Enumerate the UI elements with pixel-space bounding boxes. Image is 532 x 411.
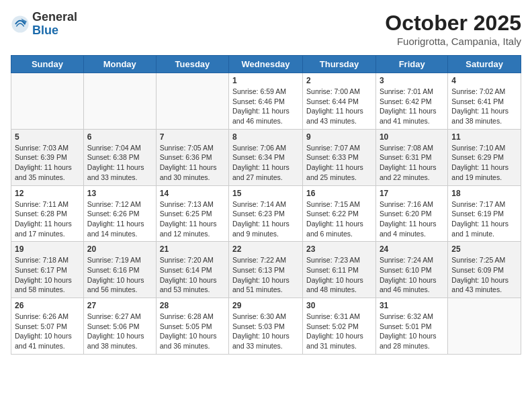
day-info: Sunrise: 6:28 AM Sunset: 5:05 PM Dayligh… bbox=[160, 312, 225, 351]
day-number: 1 bbox=[232, 76, 299, 85]
day-number: 21 bbox=[160, 244, 225, 254]
day-info: Sunrise: 7:19 AM Sunset: 6:16 PM Dayligh… bbox=[87, 255, 152, 295]
calendar-cell: 12Sunrise: 7:11 AM Sunset: 6:28 PM Dayli… bbox=[11, 185, 84, 242]
calendar-cell: 11Sunrise: 7:10 AM Sunset: 6:29 PM Dayli… bbox=[448, 129, 521, 185]
day-number: 25 bbox=[451, 244, 517, 254]
day-number: 16 bbox=[306, 189, 372, 198]
day-info: Sunrise: 7:15 AM Sunset: 6:22 PM Dayligh… bbox=[306, 199, 372, 239]
day-number: 9 bbox=[306, 132, 372, 142]
calendar-cell: 27Sunrise: 6:27 AM Sunset: 5:06 PM Dayli… bbox=[83, 298, 156, 355]
calendar-cell: 30Sunrise: 6:31 AM Sunset: 5:02 PM Dayli… bbox=[303, 298, 376, 355]
day-info: Sunrise: 7:06 AM Sunset: 6:34 PM Dayligh… bbox=[232, 143, 299, 183]
day-info: Sunrise: 7:10 AM Sunset: 6:29 PM Dayligh… bbox=[451, 143, 517, 183]
col-header-thursday: Thursday bbox=[303, 56, 376, 73]
day-info: Sunrise: 6:30 AM Sunset: 5:03 PM Dayligh… bbox=[232, 312, 299, 351]
calendar-cell bbox=[156, 73, 228, 130]
calendar-cell: 23Sunrise: 7:23 AM Sunset: 6:11 PM Dayli… bbox=[303, 242, 376, 298]
calendar-cell: 21Sunrise: 7:20 AM Sunset: 6:14 PM Dayli… bbox=[156, 242, 228, 298]
day-info: Sunrise: 6:59 AM Sunset: 6:46 PM Dayligh… bbox=[232, 87, 299, 126]
day-number: 27 bbox=[87, 301, 152, 310]
day-info: Sunrise: 7:08 AM Sunset: 6:31 PM Dayligh… bbox=[380, 143, 444, 183]
day-info: Sunrise: 7:12 AM Sunset: 6:26 PM Dayligh… bbox=[87, 199, 152, 239]
day-number: 26 bbox=[15, 301, 80, 310]
calendar-cell: 28Sunrise: 6:28 AM Sunset: 5:05 PM Dayli… bbox=[156, 298, 228, 355]
day-number: 6 bbox=[87, 132, 152, 142]
day-info: Sunrise: 7:18 AM Sunset: 6:17 PM Dayligh… bbox=[15, 255, 80, 295]
calendar-cell: 5Sunrise: 7:03 AM Sunset: 6:39 PM Daylig… bbox=[11, 129, 84, 185]
col-header-monday: Monday bbox=[83, 56, 156, 73]
calendar-cell: 3Sunrise: 7:01 AM Sunset: 6:42 PM Daylig… bbox=[375, 73, 447, 130]
calendar-header-row: SundayMondayTuesdayWednesdayThursdayFrid… bbox=[11, 56, 521, 73]
calendar-cell: 29Sunrise: 6:30 AM Sunset: 5:03 PM Dayli… bbox=[229, 298, 303, 355]
calendar-cell: 8Sunrise: 7:06 AM Sunset: 6:34 PM Daylig… bbox=[229, 129, 303, 185]
logo-icon bbox=[11, 15, 30, 34]
day-number: 20 bbox=[87, 244, 152, 254]
logo-text: General Blue bbox=[32, 11, 77, 38]
day-info: Sunrise: 7:07 AM Sunset: 6:33 PM Dayligh… bbox=[306, 143, 372, 183]
day-number: 28 bbox=[160, 301, 225, 310]
calendar-cell: 20Sunrise: 7:19 AM Sunset: 6:16 PM Dayli… bbox=[83, 242, 156, 298]
day-number: 13 bbox=[87, 189, 152, 198]
day-info: Sunrise: 7:23 AM Sunset: 6:11 PM Dayligh… bbox=[306, 255, 372, 295]
day-number: 29 bbox=[232, 301, 299, 310]
day-info: Sunrise: 7:03 AM Sunset: 6:39 PM Dayligh… bbox=[15, 143, 80, 183]
day-info: Sunrise: 7:22 AM Sunset: 6:13 PM Dayligh… bbox=[232, 255, 299, 295]
day-number: 23 bbox=[306, 244, 372, 254]
day-number: 7 bbox=[160, 132, 225, 142]
location-subtitle: Fuorigrotta, Campania, Italy bbox=[385, 36, 521, 47]
calendar-cell: 19Sunrise: 7:18 AM Sunset: 6:17 PM Dayli… bbox=[11, 242, 84, 298]
calendar-cell: 10Sunrise: 7:08 AM Sunset: 6:31 PM Dayli… bbox=[375, 129, 447, 185]
month-title: October 2025 bbox=[385, 11, 521, 36]
day-info: Sunrise: 7:04 AM Sunset: 6:38 PM Dayligh… bbox=[87, 143, 152, 183]
calendar-cell: 2Sunrise: 7:00 AM Sunset: 6:44 PM Daylig… bbox=[303, 73, 376, 130]
calendar-cell bbox=[448, 298, 521, 355]
logo-blue-text: Blue bbox=[32, 24, 77, 38]
calendar-cell bbox=[11, 73, 84, 130]
col-header-saturday: Saturday bbox=[448, 56, 521, 73]
day-info: Sunrise: 7:00 AM Sunset: 6:44 PM Dayligh… bbox=[306, 87, 372, 126]
calendar-week-4: 19Sunrise: 7:18 AM Sunset: 6:17 PM Dayli… bbox=[11, 242, 521, 298]
day-info: Sunrise: 7:24 AM Sunset: 6:10 PM Dayligh… bbox=[380, 255, 444, 295]
day-number: 19 bbox=[15, 244, 80, 254]
col-header-wednesday: Wednesday bbox=[229, 56, 303, 73]
calendar-week-5: 26Sunrise: 6:26 AM Sunset: 5:07 PM Dayli… bbox=[11, 298, 521, 355]
page-header: General Blue October 2025 Fuorigrotta, C… bbox=[11, 11, 521, 47]
day-number: 5 bbox=[15, 132, 80, 142]
day-number: 4 bbox=[451, 76, 517, 85]
day-info: Sunrise: 6:26 AM Sunset: 5:07 PM Dayligh… bbox=[15, 312, 80, 351]
day-info: Sunrise: 7:14 AM Sunset: 6:23 PM Dayligh… bbox=[232, 199, 299, 239]
calendar-week-2: 5Sunrise: 7:03 AM Sunset: 6:39 PM Daylig… bbox=[11, 129, 521, 185]
calendar-week-3: 12Sunrise: 7:11 AM Sunset: 6:28 PM Dayli… bbox=[11, 185, 521, 242]
day-number: 10 bbox=[380, 132, 444, 142]
day-info: Sunrise: 7:05 AM Sunset: 6:36 PM Dayligh… bbox=[160, 143, 225, 183]
day-number: 30 bbox=[306, 301, 372, 310]
logo-general-text: General bbox=[32, 11, 77, 24]
day-number: 15 bbox=[232, 189, 299, 198]
calendar-cell: 15Sunrise: 7:14 AM Sunset: 6:23 PM Dayli… bbox=[229, 185, 303, 242]
calendar-cell: 17Sunrise: 7:16 AM Sunset: 6:20 PM Dayli… bbox=[375, 185, 447, 242]
calendar-cell: 31Sunrise: 6:32 AM Sunset: 5:01 PM Dayli… bbox=[375, 298, 447, 355]
day-number: 2 bbox=[306, 76, 372, 85]
day-info: Sunrise: 6:31 AM Sunset: 5:02 PM Dayligh… bbox=[306, 312, 372, 351]
col-header-friday: Friday bbox=[375, 56, 447, 73]
col-header-sunday: Sunday bbox=[11, 56, 84, 73]
day-number: 22 bbox=[232, 244, 299, 254]
calendar-cell: 22Sunrise: 7:22 AM Sunset: 6:13 PM Dayli… bbox=[229, 242, 303, 298]
day-info: Sunrise: 7:11 AM Sunset: 6:28 PM Dayligh… bbox=[15, 199, 80, 239]
day-info: Sunrise: 6:32 AM Sunset: 5:01 PM Dayligh… bbox=[380, 312, 444, 351]
day-info: Sunrise: 7:25 AM Sunset: 6:09 PM Dayligh… bbox=[451, 255, 517, 295]
title-block: October 2025 Fuorigrotta, Campania, Ital… bbox=[385, 11, 521, 47]
day-info: Sunrise: 7:01 AM Sunset: 6:42 PM Dayligh… bbox=[380, 87, 444, 126]
day-info: Sunrise: 7:17 AM Sunset: 6:19 PM Dayligh… bbox=[451, 199, 517, 239]
day-number: 31 bbox=[380, 301, 444, 310]
svg-point-0 bbox=[11, 15, 28, 32]
calendar-cell: 24Sunrise: 7:24 AM Sunset: 6:10 PM Dayli… bbox=[375, 242, 447, 298]
calendar-cell: 7Sunrise: 7:05 AM Sunset: 6:36 PM Daylig… bbox=[156, 129, 228, 185]
calendar-cell: 26Sunrise: 6:26 AM Sunset: 5:07 PM Dayli… bbox=[11, 298, 84, 355]
calendar-cell: 9Sunrise: 7:07 AM Sunset: 6:33 PM Daylig… bbox=[303, 129, 376, 185]
calendar-cell: 14Sunrise: 7:13 AM Sunset: 6:25 PM Dayli… bbox=[156, 185, 228, 242]
calendar-table: SundayMondayTuesdayWednesdayThursdayFrid… bbox=[11, 55, 521, 355]
logo: General Blue bbox=[11, 11, 77, 38]
day-number: 17 bbox=[380, 189, 444, 198]
day-number: 18 bbox=[451, 189, 517, 198]
